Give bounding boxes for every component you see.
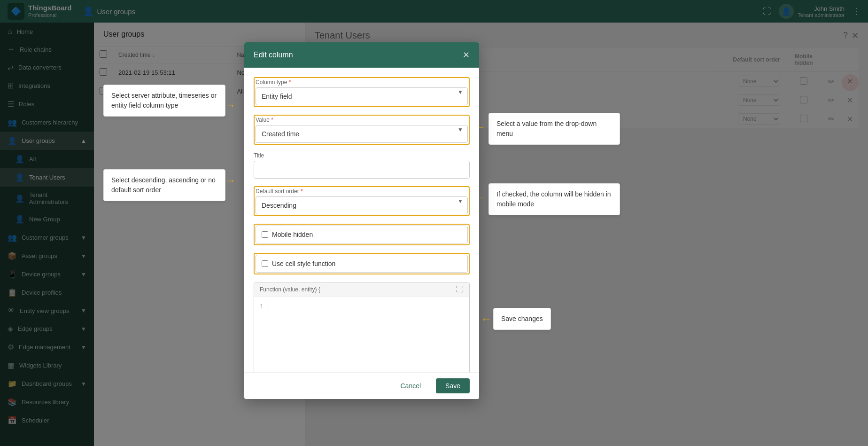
mobile-hidden-field: Mobile hidden xyxy=(254,224,470,245)
tooltip-mobile-hidden: If checked, the column will be hidden in… xyxy=(488,183,620,215)
tooltip-save-arrow: ← xyxy=(480,313,492,326)
mobile-hidden-checkbox[interactable] xyxy=(262,231,268,238)
cancel-button[interactable]: Cancel xyxy=(391,378,430,393)
value-select[interactable]: Created time Name ID xyxy=(256,125,468,143)
title-field: Title xyxy=(254,152,470,179)
tooltip-sort-order-arrow: → xyxy=(225,174,236,187)
tooltip-save: Save changes xyxy=(493,308,551,330)
tooltip-value: Select a value from the drop-down menu xyxy=(488,113,620,145)
cell-style-checkbox[interactable] xyxy=(262,260,268,267)
dialog-body: Column type * Entity field Server attrib… xyxy=(244,68,479,372)
tooltip-column-type: Select server attribute, timeseries or e… xyxy=(103,85,225,117)
title-input[interactable] xyxy=(254,161,470,179)
tooltip-sort-order: Select descending, ascending or no defau… xyxy=(103,169,225,201)
mobile-hidden-checkbox-row[interactable]: Mobile hidden xyxy=(256,226,468,243)
column-type-select[interactable]: Entity field Server attribute Timeseries xyxy=(256,87,468,105)
code-header: Function (value, entity) { ⛶ xyxy=(254,282,469,297)
expand-code-button[interactable]: ⛶ xyxy=(456,285,464,294)
cell-style-field: Use cell style function xyxy=(254,253,470,274)
save-button[interactable]: Save xyxy=(436,378,470,393)
dialog-close-button[interactable]: ✕ xyxy=(463,50,470,60)
function-code-input[interactable] xyxy=(269,301,469,372)
tooltip-column-type-arrow: → xyxy=(225,99,236,112)
column-type-field: Column type * Entity field Server attrib… xyxy=(254,77,470,107)
dialog-header: Edit column ✕ xyxy=(244,42,479,68)
edit-column-dialog: Edit column ✕ Column type * Entity field… xyxy=(244,42,479,399)
sort-order-select[interactable]: Descending Ascending None xyxy=(256,196,468,214)
cell-style-label: Use cell style function xyxy=(272,260,335,267)
function-field: Function (value, entity) { ⛶ 1 xyxy=(254,282,470,372)
dialog-overlay: Select server attribute, timeseries or e… xyxy=(0,0,868,446)
sort-order-field: Default sort order * Descending Ascendin… xyxy=(254,186,470,216)
mobile-hidden-label: Mobile hidden xyxy=(272,231,313,238)
line-number: 1 xyxy=(254,301,269,312)
code-editor-area: Function (value, entity) { ⛶ 1 xyxy=(254,282,470,372)
cell-style-checkbox-row[interactable]: Use cell style function xyxy=(256,255,468,273)
value-field: Value * Created time Name ID ▼ xyxy=(254,115,470,145)
dialog-footer: Cancel Save xyxy=(244,372,479,399)
